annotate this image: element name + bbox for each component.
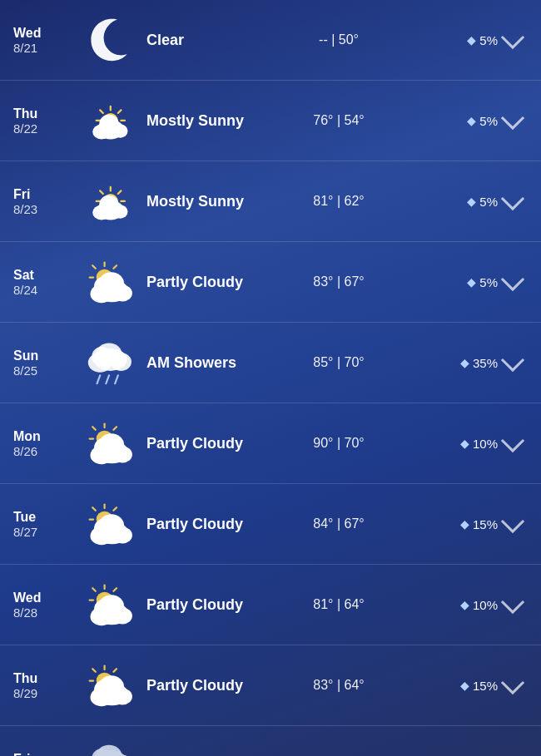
svg-line-68 bbox=[113, 507, 117, 511]
svg-line-95 bbox=[92, 669, 96, 672]
svg-line-82 bbox=[113, 588, 117, 591]
svg-point-12 bbox=[99, 115, 118, 133]
weather-icon-col bbox=[72, 736, 146, 756]
svg-line-53 bbox=[92, 427, 96, 430]
svg-line-32 bbox=[113, 265, 117, 269]
precipitation-col: ◆ 35% bbox=[423, 356, 498, 370]
precip-value: 35% bbox=[473, 356, 498, 370]
date-label: 8/23 bbox=[13, 202, 72, 216]
date-col: Tue 8/27 bbox=[13, 510, 72, 539]
expand-chevron[interactable] bbox=[498, 34, 528, 46]
condition-label: Partly Cloudy bbox=[146, 595, 255, 615]
condition-label: Partly Cloudy bbox=[146, 676, 255, 695]
precip-value: 15% bbox=[473, 679, 498, 693]
weather-icon-col bbox=[72, 494, 146, 554]
date-label: 8/26 bbox=[13, 444, 72, 458]
day-label: Thu bbox=[13, 671, 72, 686]
temperature-range: 76° | 54° bbox=[255, 113, 423, 128]
svg-line-31 bbox=[92, 265, 96, 269]
date-col: Sat 8/24 bbox=[13, 268, 72, 297]
precipitation-col: ◆ 5% bbox=[423, 275, 498, 289]
date-label: 8/24 bbox=[13, 283, 72, 297]
expand-chevron[interactable] bbox=[498, 437, 528, 449]
raindrop-icon: ◆ bbox=[467, 114, 476, 127]
weather-row-sat-824[interactable]: Sat 8/24 Partly Cloudy 83° | 67° ◆ 5 bbox=[0, 242, 541, 323]
date-label: 8/25 bbox=[13, 363, 72, 378]
weather-row-mon-826[interactable]: Mon 8/26 Partly Cloudy 90° | 70° ◆ 1 bbox=[0, 403, 541, 484]
condition-label: Mostly Sunny bbox=[146, 192, 255, 211]
temperature-range: 84° | 67° bbox=[255, 516, 423, 531]
weather-icon-col bbox=[72, 575, 146, 635]
weather-forecast-list: Wed 8/21 Clear -- | 50° ◆ 5% Thu 8/22 bbox=[0, 0, 541, 756]
svg-line-19 bbox=[118, 190, 122, 194]
date-label: 8/22 bbox=[13, 121, 72, 136]
day-label: Wed bbox=[13, 590, 72, 605]
weather-row-wed-828[interactable]: Wed 8/28 Partly Cloudy 81° | 64° ◆ 1 bbox=[0, 565, 541, 645]
expand-chevron[interactable] bbox=[498, 518, 528, 530]
svg-line-81 bbox=[92, 588, 96, 591]
expand-chevron[interactable] bbox=[498, 357, 528, 368]
precip-value: 10% bbox=[473, 437, 498, 451]
weather-icon-col bbox=[72, 333, 146, 393]
chevron-icon bbox=[501, 590, 524, 614]
svg-point-44 bbox=[92, 347, 111, 366]
raindrop-icon: ◆ bbox=[460, 356, 469, 369]
expand-chevron[interactable] bbox=[498, 195, 528, 207]
date-col: Sun 8/25 bbox=[13, 348, 72, 378]
raindrop-icon: ◆ bbox=[467, 195, 476, 208]
svg-line-46 bbox=[106, 375, 109, 383]
weather-row-thu-829[interactable]: Thu 8/29 Partly Cloudy 83° | 64° ◆ 1 bbox=[0, 645, 541, 726]
condition-label: Partly Cloudy bbox=[146, 434, 255, 453]
svg-line-5 bbox=[100, 110, 103, 113]
precipitation-col: ◆ 15% bbox=[423, 517, 498, 531]
raindrop-icon: ◆ bbox=[460, 598, 469, 611]
weather-row-tue-827[interactable]: Tue 8/27 Partly Cloudy 84° | 67° ◆ 1 bbox=[0, 484, 541, 565]
weather-icon-col bbox=[72, 171, 146, 231]
weather-row-sun-825[interactable]: Sun 8/25 AM Showers 85° | 70° ◆ 35% bbox=[0, 323, 541, 403]
day-label: Wed bbox=[13, 26, 72, 41]
day-label: Sun bbox=[13, 348, 72, 363]
day-label: Sat bbox=[13, 268, 72, 283]
expand-chevron[interactable] bbox=[498, 679, 528, 691]
weather-row-thu-822[interactable]: Thu 8/22 Mostly Sunny 76° | 54° ◆ 5% bbox=[0, 81, 541, 161]
raindrop-icon: ◆ bbox=[467, 33, 476, 47]
precip-value: 10% bbox=[473, 598, 498, 612]
date-label: 8/28 bbox=[13, 605, 72, 620]
precipitation-col: ◆ 10% bbox=[423, 437, 498, 451]
day-label: Tue bbox=[13, 510, 72, 525]
condition-label: Partly Cloudy bbox=[146, 515, 255, 534]
temperature-range: 90° | 70° bbox=[255, 436, 423, 451]
precip-value: 5% bbox=[479, 195, 498, 209]
svg-line-54 bbox=[113, 427, 117, 430]
chevron-icon bbox=[501, 671, 524, 694]
svg-line-96 bbox=[113, 669, 117, 672]
date-label: 8/21 bbox=[13, 41, 72, 55]
temperature-range: 81° | 64° bbox=[255, 597, 423, 612]
svg-point-25 bbox=[99, 195, 118, 214]
chevron-icon bbox=[501, 106, 524, 130]
expand-chevron[interactable] bbox=[498, 599, 528, 610]
svg-line-45 bbox=[97, 375, 101, 383]
date-label: 8/29 bbox=[13, 686, 72, 700]
weather-row-wed-821[interactable]: Wed 8/21 Clear -- | 50° ◆ 5% bbox=[0, 0, 541, 81]
weather-icon-col bbox=[72, 413, 146, 473]
weather-row-fri-823[interactable]: Fri 8/23 Mostly Sunny 81° | 62° ◆ 5% bbox=[0, 161, 541, 242]
svg-line-18 bbox=[100, 190, 103, 194]
weather-icon-col bbox=[72, 91, 146, 151]
chevron-icon bbox=[501, 26, 524, 49]
raindrop-icon: ◆ bbox=[460, 679, 469, 692]
day-label: Fri bbox=[13, 187, 72, 202]
chevron-icon bbox=[501, 187, 524, 210]
temperature-range: -- | 50° bbox=[255, 32, 423, 47]
date-col: Wed 8/21 bbox=[13, 26, 72, 55]
date-col: Mon 8/26 bbox=[13, 429, 72, 458]
weather-icon-col bbox=[72, 252, 146, 312]
date-col: Thu 8/29 bbox=[13, 671, 72, 700]
raindrop-icon: ◆ bbox=[467, 275, 476, 289]
day-label: Thu bbox=[13, 106, 72, 121]
chevron-icon bbox=[501, 348, 524, 372]
weather-row-fri-830[interactable]: Fri 8/30 Iso T-Storms 80° | 61° ◆ 30% bbox=[0, 726, 541, 756]
expand-chevron[interactable] bbox=[498, 276, 528, 288]
chevron-icon bbox=[501, 429, 524, 452]
expand-chevron[interactable] bbox=[498, 115, 528, 126]
